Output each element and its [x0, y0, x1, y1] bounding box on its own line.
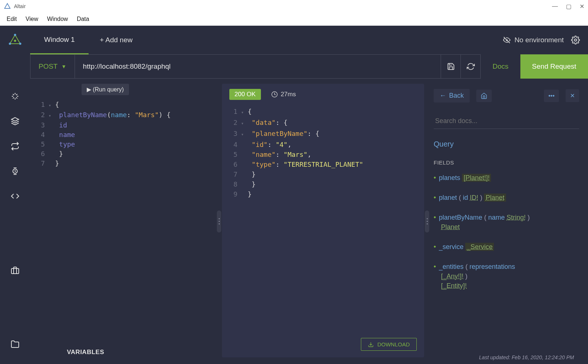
send-request-button[interactable]: Send Request	[520, 54, 588, 79]
docs-type-link[interactable]: String!	[506, 214, 526, 221]
variables-toggle[interactable]: VARIABLES	[67, 349, 104, 356]
eye-off-icon	[503, 36, 511, 44]
docs-search-input[interactable]	[434, 113, 579, 129]
chevron-down-icon: ▼	[61, 64, 67, 69]
dots-icon: •••	[548, 93, 555, 99]
briefcase-icon	[11, 266, 19, 275]
close-icon: ✕	[570, 93, 575, 99]
window-title: Altair	[14, 3, 552, 9]
download-button[interactable]: DOWNLOAD	[361, 338, 417, 351]
request-bar: POST ▼ Docs Send Request	[0, 54, 588, 79]
tab-window-1[interactable]: Window 1	[30, 26, 89, 54]
url-input[interactable]	[75, 54, 441, 79]
gear-icon	[571, 36, 580, 44]
rail-history-button[interactable]	[10, 141, 20, 151]
docs-field: •planet ( id ID! ) Planet	[434, 193, 579, 202]
rail-subscription-button[interactable]	[10, 166, 20, 176]
close-icon[interactable]: ✕	[580, 3, 584, 10]
rail-headers-button[interactable]	[10, 91, 20, 101]
rail-collections-button[interactable]	[10, 116, 20, 126]
settings-button[interactable]	[570, 35, 581, 45]
docs-type-link[interactable]: ID!	[470, 194, 478, 201]
response-time: 27ms	[271, 91, 296, 98]
reload-schema-button[interactable]	[461, 54, 481, 79]
query-editor[interactable]: 1▾{2▾ planetByName(name: "Mars") {3 id4 …	[37, 100, 216, 168]
docs-field: •_service _Service	[434, 242, 579, 252]
docs-type-link[interactable]: _Service	[465, 243, 494, 251]
svg-marker-0	[5, 4, 10, 8]
response-viewer[interactable]: 1▾{2▾ "data": {3▾ "planetByName": {4 "id…	[222, 105, 424, 357]
save-request-button[interactable]	[441, 54, 461, 79]
maximize-icon[interactable]: ▢	[566, 3, 571, 10]
app-logo	[0, 32, 30, 48]
environment-selector[interactable]: No environment	[503, 36, 570, 44]
save-icon	[447, 62, 455, 71]
query-editor-panel: ▶ (Run query) 1▾{2▾ planetByName(name: "…	[30, 79, 216, 364]
docs-fields-list: •planets [Planet!]!•planet ( id ID! ) Pl…	[434, 173, 579, 301]
code-icon	[11, 192, 19, 201]
docs-field-name[interactable]: planetByName	[439, 214, 482, 221]
http-method-label: POST	[39, 62, 58, 71]
download-icon	[368, 342, 374, 347]
svg-point-2	[14, 34, 16, 36]
sparkle-icon	[11, 92, 19, 101]
docs-field: •planets [Planet!]!	[434, 173, 579, 183]
drag-handle-icon	[425, 210, 429, 233]
docs-field-name[interactable]: planets	[439, 174, 460, 181]
svg-point-6	[574, 39, 577, 41]
docs-type-link[interactable]: [_Entity]!	[441, 282, 467, 289]
minimize-icon[interactable]: —	[552, 3, 558, 10]
response-panel: 200 OK 27ms 1▾{2▾ "data": {3▾ "planetByN…	[222, 84, 424, 357]
docs-toggle-button[interactable]: Docs	[481, 54, 520, 79]
docs-type-title[interactable]: Query	[434, 140, 579, 148]
docs-type-link[interactable]: [Planet!]!	[462, 174, 491, 182]
docs-type-link[interactable]: [_Any!]!	[441, 273, 463, 280]
docs-type-link[interactable]: Planet	[441, 223, 460, 231]
swap-icon	[11, 142, 19, 151]
svg-rect-8	[11, 269, 19, 274]
docs-more-button[interactable]: •••	[544, 90, 559, 102]
docs-field-name[interactable]: planet	[439, 194, 457, 201]
add-tab-button[interactable]: + Add new	[89, 26, 143, 54]
altair-app-icon	[7, 32, 23, 48]
docs-fields-heading: FIELDS	[434, 159, 579, 166]
drag-handle-icon	[217, 210, 221, 233]
docs-field: •_entities ( representations [_Any!]! )[…	[434, 262, 579, 291]
http-method-selector[interactable]: POST ▼	[30, 54, 75, 79]
menu-edit[interactable]: Edit	[2, 14, 21, 25]
environment-label: No environment	[514, 36, 564, 44]
docs-field: •planetByName ( name String! )Planet	[434, 213, 579, 232]
docs-field-name[interactable]: _entities	[439, 263, 463, 270]
run-query-button[interactable]: ▶ (Run query)	[82, 84, 129, 95]
svg-point-3	[19, 43, 21, 45]
watch-icon	[11, 167, 19, 176]
docs-field-name[interactable]: _service	[439, 243, 463, 251]
folder-icon	[11, 340, 19, 349]
svg-marker-1	[10, 35, 20, 44]
svg-point-5	[14, 40, 16, 42]
docs-back-button[interactable]: ← Back	[434, 89, 470, 102]
splitter-left[interactable]	[216, 79, 222, 364]
rail-folder-button[interactable]	[10, 339, 20, 349]
docs-close-button[interactable]: ✕	[566, 89, 579, 102]
splitter-right[interactable]	[424, 79, 430, 364]
left-rail	[0, 79, 30, 364]
title-bar: Altair — ▢ ✕	[0, 0, 588, 12]
altair-logo-icon	[4, 3, 11, 10]
tab-bar: Window 1 + Add new No environment	[0, 26, 588, 54]
svg-point-4	[9, 43, 11, 45]
docs-home-button[interactable]	[476, 90, 492, 102]
cube-icon	[11, 117, 19, 126]
home-icon	[481, 93, 487, 99]
clock-icon	[271, 91, 278, 98]
menu-view[interactable]: View	[21, 14, 43, 25]
docs-last-updated: Last updated: Feb 16, 2020, 12:24:20 PM	[434, 349, 579, 360]
refresh-icon	[467, 62, 475, 71]
rail-briefcase-button[interactable]	[10, 265, 20, 275]
menu-window[interactable]: Window	[43, 14, 72, 25]
menu-data[interactable]: Data	[72, 14, 94, 25]
docs-type-link[interactable]: Planet	[484, 194, 506, 202]
arrow-left-icon: ←	[440, 92, 446, 100]
rail-code-button[interactable]	[10, 191, 20, 201]
menu-bar: Edit View Window Data	[0, 12, 588, 26]
